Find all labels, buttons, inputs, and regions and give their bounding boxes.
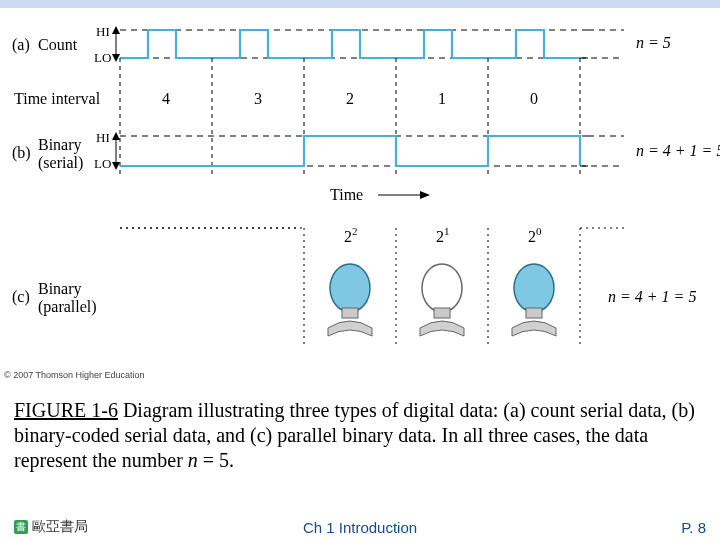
row-c-name2: (parallel): [38, 298, 97, 316]
svg-marker-1: [112, 26, 120, 34]
row-b-waveform: [120, 136, 580, 166]
row-a: (a) Count HI LO n = 5: [12, 24, 671, 65]
svg-rect-42: [434, 308, 450, 318]
row-c: (c) Binary (parallel) 22 21 20: [12, 225, 696, 348]
figure-caption: FIGURE 1-6 Diagram illustrating three ty…: [14, 398, 706, 473]
svg-point-39: [330, 264, 370, 312]
time-interval-label: Time interval: [14, 90, 101, 107]
svg-marker-2: [112, 54, 120, 62]
bulb-3: [512, 264, 556, 336]
row-a-index: (a): [12, 36, 30, 54]
svg-text:20: 20: [528, 225, 542, 245]
row-a-eq: n = 5: [636, 34, 671, 51]
svg-text:22: 22: [344, 225, 358, 245]
caption-body-2: = 5.: [198, 449, 234, 471]
svg-text:2: 2: [346, 90, 354, 107]
time-axis: Time: [330, 186, 430, 203]
slide-footer: 書歐亞書局 Ch 1 Introduction P. 8: [0, 512, 720, 536]
row-a-name: Count: [38, 36, 78, 53]
row-c-name1: Binary: [38, 280, 82, 298]
row-b-index: (b): [12, 144, 31, 162]
svg-text:21: 21: [436, 225, 450, 245]
interval-dividers: [120, 58, 580, 176]
svg-rect-40: [342, 308, 358, 318]
bulb-2: [420, 264, 464, 336]
svg-point-43: [514, 264, 554, 312]
chapter-label: Ch 1 Introduction: [0, 519, 720, 536]
svg-text:3: 3: [254, 90, 262, 107]
caption-figure-label: FIGURE 1-6: [14, 399, 118, 421]
page-number: P. 8: [681, 519, 706, 536]
copyright-notice: © 2007 Thomson Higher Education: [4, 370, 145, 380]
svg-text:0: 0: [530, 90, 538, 107]
figure-diagram: (a) Count HI LO n = 5 Time interval 4 3 …: [0, 8, 720, 368]
interval-numbers: 4 3 2 1 0: [162, 90, 538, 107]
row-b-hi: HI: [96, 130, 110, 145]
row-b-lo: LO: [94, 156, 111, 171]
caption-n-var: n: [188, 449, 198, 471]
svg-text:Time: Time: [330, 186, 363, 203]
row-b: (b) Binary (serial) HI LO n = 4 + 1 = 5: [12, 130, 720, 172]
bulb-1: [328, 264, 372, 336]
svg-point-41: [422, 264, 462, 312]
row-c-index: (c): [12, 288, 30, 306]
row-b-eq: n = 4 + 1 = 5: [636, 142, 720, 159]
svg-rect-44: [526, 308, 542, 318]
row-b-name1: Binary: [38, 136, 82, 154]
svg-text:1: 1: [438, 90, 446, 107]
power-labels: 22 21 20: [344, 225, 542, 245]
slide-top-bar: [0, 0, 720, 8]
row-a-lo: LO: [94, 50, 111, 65]
row-a-hi: HI: [96, 24, 110, 39]
row-b-name2: (serial): [38, 154, 83, 172]
svg-marker-27: [420, 191, 430, 199]
svg-text:4: 4: [162, 90, 170, 107]
row-c-eq: n = 4 + 1 = 5: [608, 288, 696, 305]
svg-marker-20: [112, 162, 120, 170]
row-a-waveform: [120, 30, 580, 58]
svg-marker-19: [112, 132, 120, 140]
